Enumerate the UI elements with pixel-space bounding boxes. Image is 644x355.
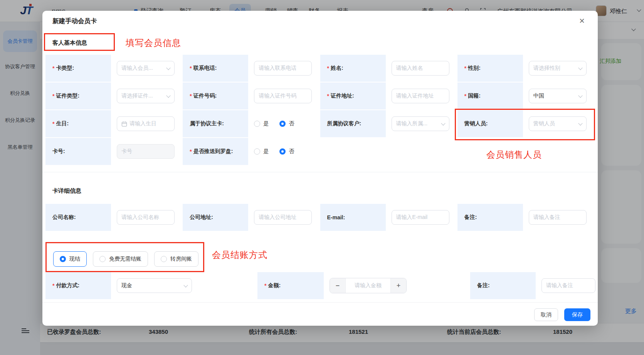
section-card-detail: 卡详细信息 <box>52 187 81 195</box>
app-screen: JT pms 登记查询 预订 房态 会员 营销 稽查 财务 报表 查房 广州东西… <box>0 0 644 355</box>
pay-remark-label: 备注: <box>470 272 536 299</box>
radio-icon <box>99 256 106 262</box>
annotation-text-basic: 填写会员信息 <box>126 37 181 49</box>
radio-selected-icon <box>60 256 66 262</box>
required-asterisk: * <box>52 65 54 71</box>
amount-label: *金额: <box>257 272 324 299</box>
amount-stepper: − 请输入金额 + <box>330 278 407 293</box>
company-name-input[interactable]: 请输入公司名称 <box>117 210 175 225</box>
pay-method-select[interactable]: 现金 <box>117 278 192 293</box>
chevron-down-icon <box>578 93 582 98</box>
footer-divider <box>42 302 598 303</box>
section-divider <box>42 172 598 172</box>
push-compass-radio-no[interactable]: 否 <box>279 148 294 155</box>
radio-icon <box>254 121 260 127</box>
amount-input[interactable]: 请输入金额 <box>345 278 391 293</box>
email-label: E-mail: <box>320 204 386 231</box>
push-compass-label: *是否推送到罗盘: <box>183 138 248 165</box>
birthday-date-input[interactable]: 请输入生日 <box>117 116 175 131</box>
close-icon[interactable]: × <box>579 16 585 25</box>
gender-label: *性别: <box>457 55 523 82</box>
form-row: 公司名称: 请输入公司名称 公司地址: 请输入公司地址 E-mail: 请输入E… <box>45 204 595 231</box>
annotation-text-settle: 会员结账方式 <box>212 249 267 261</box>
radio-selected-icon <box>279 121 286 127</box>
form-row: *证件类型: 请选择证件... *证件号码: 请输入证件号码 *证件地址: 请输… <box>45 82 595 109</box>
id-address-input[interactable]: 请输入证件地址 <box>392 89 449 103</box>
birthday-label: *生日: <box>45 110 111 137</box>
card-no-input-disabled: 卡号 <box>117 144 175 159</box>
agreement-client-label: 所属协议客户: <box>320 110 386 137</box>
chevron-down-icon <box>166 93 170 98</box>
form-row: *生日: 请输入生日 属于协议主卡: 是 否 所属协议客户: 请输入所属... … <box>45 110 595 137</box>
remark-input[interactable]: 请输入备注 <box>529 210 587 225</box>
required-asterisk: * <box>327 65 329 71</box>
section-basic-info: 客人基本信息 <box>52 39 87 47</box>
company-name-label: 公司名称: <box>45 204 111 231</box>
main-card-radio-no[interactable]: 否 <box>279 120 294 127</box>
id-type-label: *证件类型: <box>45 82 111 109</box>
new-member-card-modal: 新建手动会员卡 × 客人基本信息 *卡类型: 请输入会员... *联系电话: 请… <box>42 11 598 326</box>
required-asterisk: * <box>464 65 466 71</box>
form-row: *付款方式: 现金 *金额: − 请输入金额 + 备注: 请输入备注 <box>45 272 595 299</box>
id-address-label: *证件地址: <box>320 82 386 109</box>
required-asterisk: * <box>190 65 192 71</box>
main-card-radio-yes[interactable]: 是 <box>254 120 269 127</box>
required-asterisk: * <box>52 121 54 127</box>
required-asterisk: * <box>327 93 329 99</box>
required-asterisk: * <box>264 283 266 289</box>
settle-option-room[interactable]: 转房间账 <box>154 251 198 267</box>
gender-select[interactable]: 请选择性别 <box>529 61 587 76</box>
chevron-down-icon <box>578 66 582 70</box>
pay-method-label: *付款方式: <box>45 272 111 299</box>
is-main-card-label: 属于协议主卡: <box>183 110 248 137</box>
form-row: *卡类型: 请输入会员... *联系电话: 请输入联系电话 *姓名: 请输入姓名… <box>45 55 595 82</box>
nationality-label: *国籍: <box>457 82 523 109</box>
id-type-select[interactable]: 请选择证件... <box>117 89 175 103</box>
chevron-down-icon <box>166 66 170 70</box>
chevron-down-icon <box>441 121 445 125</box>
push-compass-radio-yes[interactable]: 是 <box>254 148 269 155</box>
radio-icon <box>161 256 167 262</box>
required-asterisk: * <box>190 148 192 155</box>
sales-person-select[interactable]: 营销人员 <box>529 116 587 131</box>
settle-method-group: 现结 免费无需结账 转房间账 <box>53 251 198 267</box>
id-number-label: *证件号码: <box>183 82 248 109</box>
required-asterisk: * <box>52 93 54 99</box>
plus-button[interactable]: + <box>391 278 406 293</box>
phone-label: *联系电话: <box>183 55 248 82</box>
card-type-select[interactable]: 请输入会员... <box>117 61 175 76</box>
settle-option-free[interactable]: 免费无需结账 <box>93 251 148 267</box>
name-input[interactable]: 请输入姓名 <box>392 61 449 76</box>
required-asterisk: * <box>190 93 192 99</box>
cancel-button[interactable]: 取消 <box>534 308 558 321</box>
card-no-label: 卡号: <box>45 138 111 165</box>
card-type-label: *卡类型: <box>45 55 111 82</box>
agreement-client-select[interactable]: 请输入所属... <box>392 116 449 131</box>
nationality-select[interactable]: 中国 <box>529 89 587 103</box>
settle-option-cash[interactable]: 现结 <box>53 251 87 267</box>
phone-input[interactable]: 请输入联系电话 <box>254 61 312 76</box>
required-asterisk: * <box>52 283 54 289</box>
name-label: *姓名: <box>320 55 386 82</box>
chevron-down-icon <box>578 121 582 125</box>
annotation-text-sales: 会员销售人员 <box>486 149 542 161</box>
radio-icon <box>254 148 260 155</box>
chevron-down-icon <box>183 283 188 287</box>
modal-title: 新建手动会员卡 <box>52 17 97 25</box>
required-asterisk: * <box>464 93 466 99</box>
radio-selected-icon <box>279 148 286 155</box>
company-address-input[interactable]: 请输入公司地址 <box>254 210 312 225</box>
sales-person-label: 营销人员: <box>457 110 523 137</box>
save-button[interactable]: 保存 <box>564 308 590 321</box>
calendar-icon <box>121 121 127 127</box>
minus-button[interactable]: − <box>330 278 345 293</box>
company-address-label: 公司地址: <box>183 204 248 231</box>
pay-remark-input[interactable]: 请输入备注 <box>541 278 595 293</box>
remark-label: 备注: <box>457 204 523 231</box>
id-number-input[interactable]: 请输入证件号码 <box>254 89 312 103</box>
email-input[interactable]: 请输入E-mail <box>392 210 449 225</box>
